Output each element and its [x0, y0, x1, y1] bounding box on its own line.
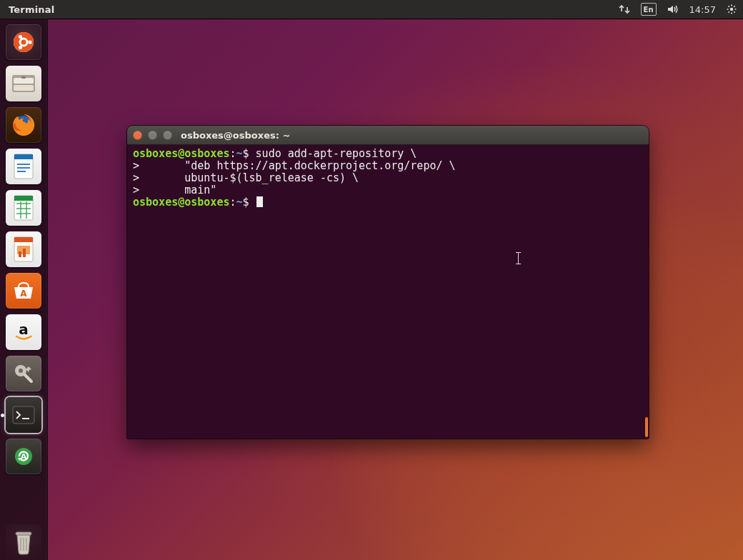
svg-rect-17: [14, 237, 33, 242]
svg-point-6: [19, 46, 22, 49]
svg-point-0: [730, 8, 733, 11]
window-close-button[interactable]: [133, 131, 142, 140]
gear-icon[interactable]: [726, 4, 737, 15]
terminal-line: > ubuntu-$(lsb_release -cs) \: [133, 172, 643, 184]
svg-point-24: [19, 369, 23, 373]
menu-bar: Terminal En 14:57: [0, 0, 743, 19]
launcher-impress[interactable]: [6, 231, 41, 267]
launcher-software[interactable]: A: [6, 273, 41, 309]
sound-icon[interactable]: [667, 4, 679, 14]
svg-text:a: a: [19, 321, 29, 338]
launcher-files[interactable]: [6, 66, 41, 101]
svg-rect-8: [14, 78, 34, 84]
svg-point-4: [28, 40, 31, 44]
svg-rect-10: [21, 76, 26, 79]
terminal-icon: [11, 405, 36, 425]
writer-icon: [12, 153, 35, 180]
window-minimize-button[interactable]: [148, 131, 157, 140]
launcher-settings[interactable]: [6, 356, 41, 391]
launcher-calc[interactable]: [6, 190, 41, 226]
impress-icon: [12, 236, 35, 263]
launcher-writer[interactable]: [6, 149, 41, 184]
window-title: osboxes@osboxes: ~: [178, 130, 290, 141]
terminal-line: > "deb https://apt.dockerproject.org/rep…: [133, 160, 643, 172]
svg-rect-13: [14, 154, 33, 159]
network-icon[interactable]: [618, 4, 631, 14]
system-tray: En 14:57: [615, 3, 743, 16]
window-maximize-button[interactable]: [163, 131, 172, 140]
svg-rect-20: [23, 249, 26, 257]
terminal-line: osboxes@osboxes:~$ sudo add-apt-reposito…: [133, 148, 643, 160]
launcher-dash[interactable]: [6, 24, 41, 60]
software-updater-icon: A: [11, 444, 36, 469]
launcher-trash[interactable]: [6, 524, 41, 560]
svg-rect-19: [19, 251, 21, 257]
svg-rect-25: [13, 406, 34, 424]
software-center-icon: A: [11, 280, 36, 301]
keyboard-indicator[interactable]: En: [641, 3, 657, 16]
scrollbar-thumb[interactable]: [645, 417, 648, 437]
window-titlebar[interactable]: osboxes@osboxes: ~: [127, 126, 649, 145]
calc-icon: [12, 194, 35, 221]
clock[interactable]: 14:57: [689, 4, 716, 15]
launcher-updater[interactable]: A: [6, 439, 41, 474]
file-manager-icon: [11, 73, 36, 94]
launcher-amazon[interactable]: a: [6, 314, 41, 350]
firefox-icon: [10, 111, 37, 139]
svg-rect-15: [14, 196, 33, 201]
trash-icon: [11, 528, 36, 556]
text-cursor-icon: [518, 252, 519, 264]
settings-icon: [11, 361, 36, 386]
svg-text:A: A: [21, 452, 27, 461]
launcher-firefox[interactable]: [6, 107, 41, 143]
svg-rect-28: [16, 532, 31, 535]
keyboard-language-label: En: [641, 3, 657, 16]
running-indicator-icon: [1, 414, 4, 417]
terminal-body[interactable]: osboxes@osboxes:~$ sudo add-apt-reposito…: [127, 145, 649, 439]
svg-text:A: A: [20, 289, 27, 299]
unity-launcher: A a A: [0, 19, 48, 560]
terminal-line: osboxes@osboxes:~$: [133, 196, 643, 209]
svg-rect-9: [14, 85, 34, 91]
svg-point-5: [19, 35, 22, 39]
terminal-cursor: [256, 196, 263, 207]
terminal-line: > main": [133, 184, 643, 196]
active-app-title[interactable]: Terminal: [0, 4, 61, 15]
amazon-icon: a: [11, 320, 36, 344]
launcher-terminal[interactable]: [6, 397, 41, 433]
terminal-window: osboxes@osboxes: ~ osboxes@osboxes:~$ su…: [127, 126, 649, 439]
ubuntu-icon: [11, 29, 36, 55]
